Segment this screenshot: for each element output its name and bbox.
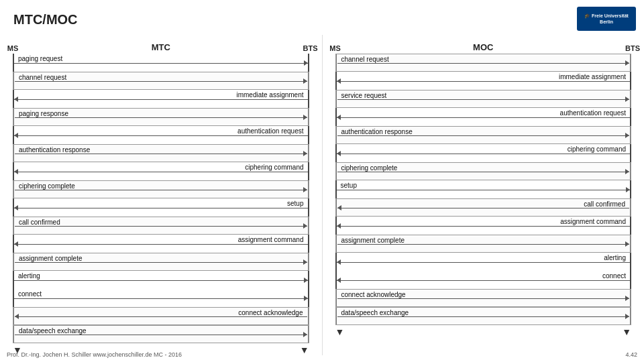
msg-label-13: connect — [18, 290, 42, 298]
msg-label-7: setup — [341, 182, 357, 189]
page-title: MTC/MOC — [13, 12, 78, 27]
msg-row-2: service request — [335, 90, 632, 108]
msg-row-13: connect — [13, 289, 309, 307]
mtc-bts-header: BTS — [303, 44, 315, 52]
msg-row-10: assignment complete — [335, 235, 632, 253]
msg-row-12: connect — [335, 271, 632, 289]
msg-row-1: channel request — [13, 72, 309, 90]
msg-row-8: call confirmed — [335, 198, 632, 217]
msg-label-10: assignment command — [238, 236, 304, 243]
msg-label-14: data/speech exchange — [341, 309, 409, 316]
msg-label-8: setup — [287, 200, 303, 207]
msg-row-9: assignment command — [335, 217, 632, 235]
msg-row-7: setup — [335, 180, 632, 198]
msg-row-7: ciphering complete — [13, 180, 309, 198]
footer-right: 4.42 — [625, 351, 637, 358]
msg-label-2: immediate assignment — [236, 91, 303, 99]
msg-row-12: alerting — [13, 271, 309, 289]
msg-row-9: call confirmed — [13, 217, 309, 235]
msg-row-11: assignment complete — [13, 253, 309, 271]
mtc-ms-header: MS — [7, 44, 19, 52]
msg-row-1: immediate assignment — [335, 72, 632, 90]
diagram-mtc: MSMTCBTSpaging requestchannel requestimm… — [7, 35, 315, 355]
msg-row-0: channel request — [335, 54, 632, 72]
msg-label-9: assignment command — [560, 218, 626, 225]
msg-label-5: ciphering command — [568, 145, 626, 153]
diagrams-container: MSMTCBTSpaging requestchannel requestimm… — [7, 35, 637, 355]
diagram-moc: MSMOCBTSchannel requestimmediate assignm… — [329, 35, 638, 355]
msg-row-5: authentication response — [13, 144, 309, 162]
msg-row-0: paging request — [13, 54, 309, 72]
footer-left: Prof. Dr.-Ing. Jochen H. Schiller www.jo… — [7, 351, 182, 358]
msg-label-12: alerting — [18, 272, 40, 280]
msg-row-14: data/speech exchange — [335, 307, 632, 325]
msg-label-9: call confirmed — [19, 219, 60, 226]
msg-label-4: authentication request — [237, 127, 303, 135]
msg-label-11: alerting — [604, 254, 626, 261]
university-logo: 🎓 Freie UniversitätBerlin — [577, 7, 636, 31]
msg-row-5: ciphering command — [335, 144, 632, 162]
msg-label-12: connect — [602, 272, 626, 280]
msg-label-6: ciphering complete — [341, 164, 398, 172]
msg-label-8: call confirmed — [584, 200, 625, 208]
msg-label-3: authentication request — [560, 109, 626, 117]
msg-label-7: ciphering complete — [19, 182, 75, 190]
msg-row-15: data/speech exchange — [13, 325, 309, 343]
mtc-mid-header: MTC — [19, 42, 303, 52]
moc-mid-header: MOC — [341, 42, 626, 52]
msg-row-6: ciphering command — [13, 162, 309, 180]
msg-label-13: connect acknowledge — [341, 291, 406, 298]
msg-label-1: channel request — [19, 74, 66, 81]
moc-bts-header: BTS — [625, 44, 637, 52]
msg-row-4: authentication request — [13, 126, 309, 144]
msg-row-13: connect acknowledge — [335, 289, 632, 307]
msg-label-3: paging response — [19, 110, 68, 117]
moc-ms-header: MS — [329, 44, 341, 52]
msg-row-10: assignment command — [13, 235, 309, 253]
msg-label-0: paging request — [18, 55, 62, 62]
msg-row-3: authentication request — [335, 108, 632, 126]
msg-label-14: connect acknowledge — [238, 309, 303, 316]
logo-area: 🎓 Freie UniversitätBerlin — [576, 5, 636, 32]
msg-label-2: service request — [341, 92, 387, 99]
msg-row-4: authentication response — [335, 126, 632, 144]
msg-label-5: authentication response — [19, 146, 90, 154]
msg-label-0: channel request — [341, 56, 389, 63]
msg-label-10: assignment complete — [341, 237, 405, 244]
msg-row-14: connect acknowledge — [13, 307, 309, 325]
msg-row-3: paging response — [13, 108, 309, 126]
msg-label-11: assignment complete — [19, 255, 83, 262]
bottom-arrow-left: ▼ — [335, 326, 345, 337]
bottom-arrow-right: ▼ — [622, 326, 631, 337]
msg-label-6: ciphering command — [245, 164, 303, 171]
msg-row-2: immediate assignment — [13, 90, 309, 108]
msg-row-11: alerting — [335, 253, 632, 271]
msg-label-15: data/speech exchange — [19, 327, 87, 335]
msg-row-6: ciphering complete — [335, 162, 632, 180]
msg-label-1: immediate assignment — [559, 73, 626, 80]
msg-row-8: setup — [13, 198, 309, 217]
footer: Prof. Dr.-Ing. Jochen H. Schiller www.jo… — [7, 351, 637, 358]
msg-label-4: authentication response — [341, 128, 413, 135]
